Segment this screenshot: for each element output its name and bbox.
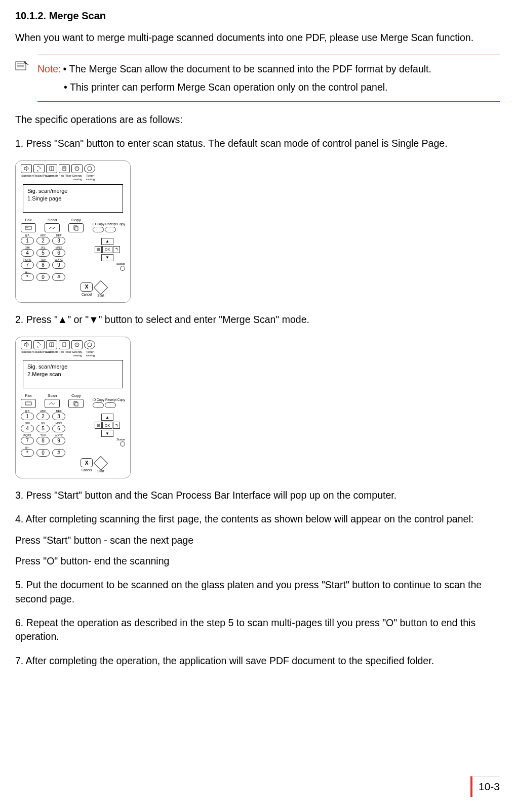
scan-button (45, 399, 60, 408)
copy-button (68, 399, 84, 408)
nav-up-button: ▲ (101, 414, 113, 421)
icon-label: Speaker (21, 174, 33, 181)
redial-icon (33, 164, 45, 173)
svg-rect-22 (75, 402, 78, 406)
nav-back-button: ↰ (113, 422, 120, 429)
mode-label: Scan (48, 393, 57, 398)
key-star: * (21, 449, 34, 457)
start-button (94, 456, 108, 470)
key-label: GHI (21, 246, 34, 249)
ops-intro: The specific operations are as follows: (15, 113, 500, 127)
step-3: 3. Press "Start" button and the Scan Pro… (15, 489, 500, 502)
svg-rect-10 (25, 226, 31, 229)
cancel-button: X (81, 282, 93, 292)
fax-filter-icon (59, 164, 70, 173)
key-5: 5 (36, 425, 50, 432)
nav-menu-button (95, 246, 102, 253)
mode-label: Fax (25, 218, 31, 222)
status-label: Status (90, 262, 125, 265)
fax-button (21, 399, 36, 408)
key-8: 8 (36, 261, 50, 269)
key-9: 9 (52, 437, 65, 444)
lcd-line1: Sig. scan/merge (27, 363, 118, 370)
key-3: 3 (52, 413, 65, 420)
key-9: 9 (52, 261, 65, 269)
note-bullet-2: • This printer can perform Merge Scan op… (37, 80, 500, 94)
step-4b: Press "O" button- end the scanning (15, 554, 500, 568)
mode-label: Copy (71, 218, 81, 222)
key-4: 4 (21, 249, 34, 257)
lcd-screen: Sig. scan/merge 2.Merge scan (23, 360, 123, 388)
ok-button: OK (102, 422, 112, 429)
key-label: PQRS (21, 258, 34, 261)
step-6: 6. Repeat the operation as described in … (15, 616, 500, 644)
note-icon (15, 60, 30, 71)
nav-up-button: ▲ (101, 238, 113, 245)
key-4: 4 (21, 425, 34, 432)
status-indicator (120, 441, 125, 446)
section-heading: 10.1.2. Merge Scan (15, 10, 500, 22)
copy-button (68, 223, 84, 232)
nav-down-button: ▼ (101, 254, 113, 261)
receipt-copy-button (105, 402, 116, 408)
mode-label: Fax (25, 393, 31, 398)
scan-button (45, 223, 60, 232)
svg-rect-16 (63, 343, 66, 347)
key-label: TUV (36, 258, 50, 261)
ok-button: OK (102, 246, 112, 253)
control-panel-figure-1: Speaker Redial/Pause Contacts Fax Filter… (15, 160, 131, 302)
key-label: @?: (21, 234, 34, 237)
svg-rect-20 (25, 402, 31, 405)
key-label: WXYZ (52, 258, 65, 261)
key-label: MNO (52, 246, 65, 249)
id-copy-button (93, 402, 104, 408)
speaker-icon (21, 340, 32, 349)
svg-point-9 (88, 167, 92, 171)
icon-label: Redial/Pause (33, 350, 46, 357)
toner-saving-icon (84, 340, 95, 349)
contacts-icon (46, 340, 57, 349)
key-label (36, 270, 50, 273)
icon-label: Contacts (46, 350, 59, 357)
key-7: 7 (21, 437, 34, 444)
mode-label: Copy (71, 393, 81, 398)
key-1: 1 (21, 413, 34, 420)
contacts-icon (46, 164, 57, 173)
key-label: DEF (52, 234, 65, 237)
page-number: 10-3 (470, 776, 500, 797)
note-label: Note: (37, 62, 61, 76)
key-6: 6 (52, 425, 65, 432)
icon-label: Energy-saving (71, 350, 84, 357)
icon-label: Toner-saving (84, 174, 97, 181)
numeric-keypad: @?:ABCDEF 123 GHIJKLMNO 456 PQRSTUVWXYZ … (21, 410, 87, 458)
key-7: 7 (21, 261, 34, 269)
fax-button (21, 223, 36, 232)
icon-label: Fax Filter (59, 350, 71, 357)
icon-label: Contacts (46, 174, 59, 181)
nav-pad: ▲ OK ↰ ▼ Status (90, 234, 125, 282)
numeric-keypad: @?:ABCDEF 123 GHIJKLMNO 456 PQRSTUVWXYZ … (21, 234, 87, 282)
energy-saving-icon (71, 340, 83, 349)
cancel-button: X (81, 458, 93, 467)
icon-label: Redial/Pause (33, 174, 46, 181)
lcd-line2: 1.Single page (27, 195, 118, 201)
speaker-icon (21, 164, 32, 173)
cancel-label: Cancel (81, 468, 93, 472)
key-hash: # (52, 273, 65, 281)
lcd-line2: 2.Merge scan (27, 371, 118, 377)
key-label (52, 270, 65, 273)
icon-label: Speaker (21, 350, 33, 357)
icon-label: Toner-saving (84, 350, 97, 357)
redial-icon (33, 340, 45, 349)
key-3: 3 (52, 237, 65, 245)
key-1: 1 (21, 237, 34, 245)
step-5: 5. Put the document to be scanned on the… (15, 578, 500, 606)
note-box: Note: • The Merge Scan allow the documen… (37, 55, 500, 102)
nav-back-button: ↰ (113, 246, 120, 253)
key-0: 0 (36, 449, 50, 457)
note-bullet-1: • The Merge Scan allow the document to b… (63, 62, 500, 76)
copy-buttons-label: ID Copy Receipt Copy (93, 398, 125, 401)
receipt-copy-button (105, 227, 116, 232)
icon-label: Energy-saving (71, 174, 84, 181)
nav-menu-button (95, 422, 102, 429)
